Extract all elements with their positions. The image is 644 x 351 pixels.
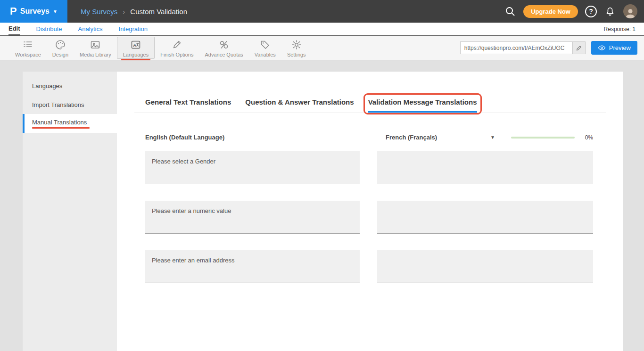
breadcrumb: My Surveys › Custom Validation <box>81 8 187 16</box>
toolbar-label: Finish Options <box>160 52 193 57</box>
settings-gear-icon <box>291 39 302 50</box>
chevron-down-icon: ▼ <box>490 135 495 140</box>
media-library-image-icon <box>90 39 101 50</box>
toolbar-item-advance-quotas[interactable]: Advance Quotas <box>199 37 248 58</box>
translation-progress-bar <box>511 137 575 139</box>
target-language-header: French (Français) ▼ 0% <box>377 134 593 141</box>
translation-progress-percent: 0% <box>585 134 593 141</box>
toolbar-item-variables[interactable]: Variables <box>249 37 281 58</box>
main-area: Languages Import Translations Manual Tra… <box>23 72 623 351</box>
toolbar-item-workspace[interactable]: Workspace <box>9 37 47 58</box>
toolbar-label: Workspace <box>15 52 41 57</box>
sidebar-item-label: Languages <box>32 82 117 90</box>
topbar-actions: Upgrade Now ? <box>504 4 644 18</box>
search-icon[interactable] <box>504 5 516 17</box>
manual-translations-panel: General Text Translations Question & Ans… <box>117 72 623 351</box>
nav-tab-edit[interactable]: Edit <box>8 23 20 35</box>
edit-url-pencil-icon[interactable] <box>572 41 586 54</box>
sidebar-item-languages[interactable]: Languages <box>23 76 117 95</box>
toolbar-label: Media Library <box>80 52 111 57</box>
toolbar-label: Settings <box>287 52 306 57</box>
toolbar-item-design[interactable]: Design <box>47 37 74 58</box>
translation-tabs: General Text Translations Question & Ans… <box>134 98 606 113</box>
survey-url-group <box>460 41 586 54</box>
target-language-dropdown[interactable]: French (Français) ▼ <box>386 134 495 141</box>
annotation-underline-manual-translations <box>32 127 90 129</box>
toolbar-item-settings[interactable]: Settings <box>281 37 312 58</box>
survey-section-nav: Edit Distribute Analytics Integration Re… <box>0 23 644 36</box>
nav-tab-integration[interactable]: Integration <box>119 24 148 35</box>
edit-toolbar: Workspace Design Media Library A <box>0 36 644 60</box>
tab-validation-message-translations[interactable]: Validation Message Translations <box>368 98 477 113</box>
svg-text:A: A <box>133 42 136 48</box>
language-header-row: English (Default Language) French (Franç… <box>117 134 623 141</box>
tab-general-text-translations[interactable]: General Text Translations <box>145 98 231 113</box>
translation-row: Please enter a numeric value <box>117 201 623 234</box>
source-text-email: Please enter an email address <box>145 250 360 283</box>
toolbar-label: Languages <box>123 52 149 57</box>
toolbar-label: Advance Quotas <box>205 52 243 57</box>
response-count: Response: 1 <box>604 26 636 33</box>
variables-tag-icon <box>259 39 271 50</box>
toolbar-item-languages[interactable]: A Languages <box>117 37 155 59</box>
workspace-icon <box>22 39 33 50</box>
help-button[interactable]: ? <box>585 6 597 17</box>
sidebar-item-label: Import Translations <box>32 101 117 108</box>
toolbar-item-media-library[interactable]: Media Library <box>74 37 117 58</box>
translation-row: Please select a Gender <box>117 151 623 184</box>
translation-input-numeric[interactable] <box>377 201 593 234</box>
design-palette-icon <box>55 39 66 50</box>
advance-quotas-icon <box>218 39 230 50</box>
translation-input-gender[interactable] <box>377 151 593 184</box>
toolbar-right: Preview <box>460 41 637 55</box>
product-name: Surveys <box>20 7 50 16</box>
sidebar-item-label: Manual Translations <box>32 119 117 126</box>
notifications-bell-icon[interactable] <box>604 5 616 17</box>
user-avatar[interactable] <box>623 4 637 18</box>
sidebar-item-manual-translations[interactable]: Manual Translations <box>23 114 117 133</box>
preview-label: Preview <box>609 44 631 51</box>
languages-sidebar: Languages Import Translations Manual Tra… <box>23 72 117 351</box>
chevron-down-icon: ▼ <box>53 9 58 14</box>
languages-translate-icon: A <box>130 39 141 50</box>
questionpro-logo-icon: P <box>10 5 17 17</box>
translation-row: Please enter an email address <box>117 250 623 283</box>
source-text-numeric: Please enter a numeric value <box>145 201 360 234</box>
toolbar-label: Variables <box>255 52 276 57</box>
breadcrumb-separator-icon: › <box>123 8 125 16</box>
toolbar-label: Design <box>52 52 68 57</box>
nav-tab-analytics[interactable]: Analytics <box>78 24 102 35</box>
target-language-selected: French (Français) <box>386 134 437 141</box>
survey-url-input[interactable] <box>460 41 572 54</box>
preview-button[interactable]: Preview <box>591 41 637 55</box>
top-bar: P Surveys ▼ My Surveys › Custom Validati… <box>0 0 644 23</box>
source-text-gender: Please select a Gender <box>145 151 360 184</box>
breadcrumb-my-surveys[interactable]: My Surveys <box>81 8 117 16</box>
breadcrumb-current: Custom Validation <box>130 8 187 16</box>
tab-question-answer-translations[interactable]: Question & Answer Translations <box>245 98 354 113</box>
translation-input-email[interactable] <box>377 250 593 283</box>
annotation-underline-languages <box>121 59 150 60</box>
nav-tab-distribute[interactable]: Distribute <box>36 24 62 35</box>
surveys-product-menu[interactable]: P Surveys ▼ <box>0 0 67 23</box>
source-language-header: English (Default Language) <box>145 134 360 141</box>
tab-label: Validation Message Translations <box>368 98 477 106</box>
sidebar-item-import-translations[interactable]: Import Translations <box>23 95 117 114</box>
finish-options-pencil-icon <box>171 39 182 50</box>
eye-icon <box>598 44 606 52</box>
toolbar-item-finish-options[interactable]: Finish Options <box>155 37 199 58</box>
upgrade-now-button[interactable]: Upgrade Now <box>523 5 578 18</box>
